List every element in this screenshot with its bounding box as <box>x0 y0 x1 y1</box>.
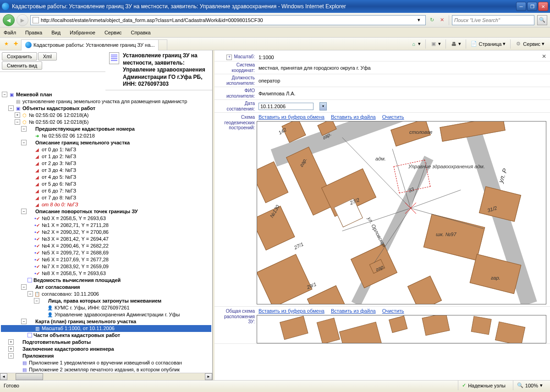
date-picker-button[interactable]: ▾ <box>319 102 327 110</box>
change-view-button[interactable]: Сменить вид <box>2 61 42 70</box>
home-button[interactable]: ⌂▾ <box>407 40 424 48</box>
menu-view[interactable]: Вид <box>50 29 62 36</box>
tree-border-item[interactable]: ◢от 5 до 6: №ГЗ <box>1 181 211 188</box>
search-button[interactable]: 🔍 <box>537 15 547 25</box>
tree-border-item[interactable]: ◢от 3 до 4: №ГЗ <box>1 167 211 174</box>
tree-prev-numbers[interactable]: −Предшествующие кадастровые номера <box>1 126 211 133</box>
expand-icon[interactable]: + <box>226 55 232 60</box>
scroll-left-arrow[interactable]: ◄ <box>0 373 7 380</box>
favorites-star-icon[interactable]: ★ <box>3 40 10 48</box>
menu-favorites[interactable]: Избранное <box>68 29 97 36</box>
tree-point-item[interactable]: •✔№3 X = 2081,42, Y = 2694,47 <box>1 236 211 243</box>
tree-vedom[interactable]: Ведомость вычисления площадей <box>1 277 211 284</box>
tree-point-item[interactable]: •✔№5 X = 2099,72, Y = 2688,69 <box>1 249 211 256</box>
xml-button[interactable]: Xml <box>38 52 57 61</box>
tree-map[interactable]: −Карта (план) границ земельного участка <box>1 318 211 325</box>
tree-point-item[interactable]: •✔№8 X = 2058,5, Y = 2693,63 <box>1 270 211 277</box>
insert-file-link[interactable]: Вставить из файла <box>331 114 376 120</box>
menu-service[interactable]: Сервис <box>103 29 124 36</box>
tree-item[interactable]: ▤Приложение 2 экземпляр печатного издани… <box>1 366 211 373</box>
search-input[interactable] <box>454 17 532 23</box>
tree-pril[interactable]: −Приложения <box>1 353 211 359</box>
tree-prep[interactable]: +Подготовительные работы <box>1 339 211 346</box>
tree-object-a[interactable]: +⬡№ 02:55:02 06 12:0218(А) <box>1 112 211 119</box>
paste-clipboard-link[interactable]: Вставить из буфера обмена <box>258 114 324 120</box>
field-value[interactable]: местная, принятая для городского округа … <box>257 61 550 74</box>
zoom-level[interactable]: 🔍100% ▾ <box>513 381 546 390</box>
tree-item[interactable]: ▤Приложение 1 уведомления о вручении изв… <box>1 359 211 366</box>
collapse-icon[interactable]: − <box>21 209 27 214</box>
save-button[interactable]: Сохранить <box>2 52 37 61</box>
tree-border-item[interactable]: ◢от 0 до 1: №ГЗ <box>1 146 211 153</box>
collapse-icon[interactable]: − <box>8 353 14 359</box>
tree-view[interactable]: −▣Межевой план ▤установление границ земе… <box>0 90 212 373</box>
url-input[interactable] <box>41 17 414 23</box>
tree-item[interactable]: ➜№ 02:55:02 06 12:0218 <box>1 133 211 139</box>
horizontal-scrollbar[interactable]: ◄ ► <box>0 373 212 380</box>
minimize-button[interactable]: ─ <box>516 2 526 11</box>
tree-border-item[interactable]: ◢от 1 до 2: №ГЗ <box>1 153 211 160</box>
add-favorite-icon[interactable]: ✚ <box>12 40 19 48</box>
tree-item[interactable]: ▤установление границ земельного участка … <box>1 98 211 105</box>
clear-link[interactable]: Очистить <box>382 308 404 314</box>
field-value[interactable]: оператор <box>257 74 550 87</box>
stop-button[interactable]: ✕ <box>438 16 446 24</box>
scroll-right-arrow[interactable]: ► <box>205 373 212 380</box>
tree-akt[interactable]: −Акт согласования <box>1 284 211 291</box>
collapse-icon[interactable]: − <box>21 140 27 145</box>
tools-menu-button[interactable]: ⚙Сервис ▾ <box>512 40 547 48</box>
close-button[interactable]: ✕ <box>538 2 548 11</box>
insert-file-link[interactable]: Вставить из файла <box>331 308 376 314</box>
tree-point-item[interactable]: •✔№0 X = 2058,5, Y = 2693,63 <box>1 215 211 222</box>
collapse-icon[interactable]: − <box>8 105 14 111</box>
address-dropdown[interactable]: ▾ <box>414 16 424 25</box>
tree-border-item[interactable]: ◢от 7 до 8: №ГЗ <box>1 194 211 201</box>
rss-button[interactable]: ▣▾ <box>428 40 444 48</box>
collapse-icon[interactable]: − <box>21 319 27 324</box>
tree-object-b[interactable]: −⬡№ 02:55:02 06 12:0218(Б) <box>1 119 211 126</box>
new-tab-button[interactable] <box>158 39 167 50</box>
clear-link[interactable]: Очистить <box>382 114 404 120</box>
refresh-button[interactable]: ↻ <box>428 16 436 24</box>
tree-points[interactable]: −Описание поворотных точек границы ЗУ <box>1 208 211 215</box>
menu-file[interactable]: Файл <box>2 29 18 36</box>
forward-button[interactable]: ► <box>16 14 28 26</box>
tree-root[interactable]: −▣Межевой план <box>1 91 211 98</box>
map-view[interactable]: столовая адм. Управние здравоохранения а… <box>257 121 546 304</box>
collapse-icon[interactable]: − <box>34 298 39 304</box>
browser-tab[interactable]: Кадастровые работы: Установление границ … <box>21 39 159 50</box>
scroll-thumb[interactable] <box>16 373 43 380</box>
tree-item[interactable]: 👤Управление здравоохранения Администраци… <box>1 311 211 318</box>
print-button[interactable]: 🖶▾ <box>448 40 464 48</box>
collapse-icon[interactable]: − <box>15 119 20 125</box>
maximize-button[interactable]: ❐ <box>527 2 537 11</box>
security-zone[interactable]: ✓Надежные узлы <box>458 381 509 390</box>
tree-parts[interactable]: Части объекта кадастровых работ <box>1 332 211 339</box>
paste-clipboard-link[interactable]: Вставить из буфера обмена <box>258 308 324 314</box>
tree-border-item[interactable]: ◢от 6 до 7: №ГЗ <box>1 188 211 194</box>
tree-point-item[interactable]: •✔№1 X = 2082,71, Y = 2711,28 <box>1 222 211 229</box>
field-value[interactable]: Филиппова Л.А. <box>257 87 550 99</box>
menu-help[interactable]: Справка <box>129 29 153 36</box>
tree-borders[interactable]: −Описание границ земельного участка <box>1 139 211 146</box>
map-overview[interactable] <box>257 315 546 343</box>
expand-icon[interactable]: + <box>8 346 14 352</box>
tree-border-item[interactable]: ◢от 2 до 3: №ГЗ <box>1 160 211 167</box>
tree-point-item[interactable]: •✔№4 X = 2090,46, Y = 2682,22 <box>1 243 211 249</box>
expand-icon[interactable]: + <box>8 339 14 345</box>
field-value[interactable]: 1:1000 <box>257 53 550 61</box>
tree-border-item[interactable]: ◢от 4 до 5: №ГЗ <box>1 174 211 181</box>
tree-point-item[interactable]: •✔№7 X = 2083,92, Y = 2659,09 <box>1 263 211 270</box>
tree-persons[interactable]: −Лица, права которых затронуты межевание… <box>1 298 211 304</box>
collapse-icon[interactable]: − <box>21 126 27 132</box>
tree-concl[interactable]: +Заключение кадастрового инженера <box>1 346 211 353</box>
tree-point-item[interactable]: •✔№6 X = 2107,69, Y = 2677,28 <box>1 256 211 263</box>
expand-icon[interactable]: + <box>15 112 20 118</box>
menu-edit[interactable]: Правка <box>23 29 44 36</box>
search-box[interactable] <box>452 15 534 25</box>
back-button[interactable]: ◄ <box>3 14 15 26</box>
tree-item[interactable]: −📋согласовано: 10.11.2006 <box>1 291 211 298</box>
page-menu-button[interactable]: 📄Страница ▾ <box>468 40 508 48</box>
app-close-icon[interactable]: ✕ <box>541 53 547 60</box>
address-bar[interactable]: ▾ <box>30 15 426 25</box>
